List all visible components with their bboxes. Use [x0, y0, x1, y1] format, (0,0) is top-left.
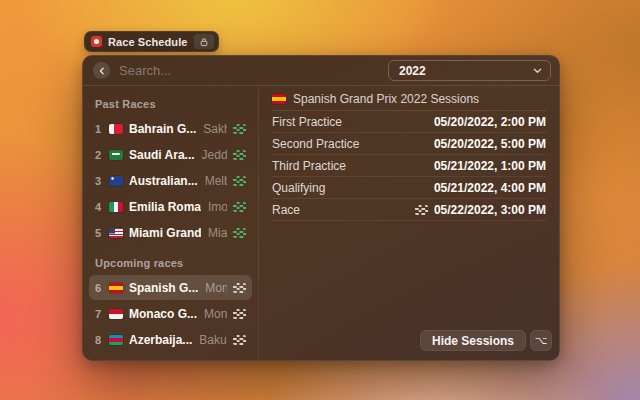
race-location: Montreal, C... [200, 359, 227, 361]
race-row[interactable]: 4 Emilia Roma... Imola, Italy [89, 194, 252, 219]
session-datetime: 05/20/2022, 5:00 PM [434, 137, 546, 151]
session-datetime-text: 05/21/2022, 1:00 PM [434, 159, 546, 173]
option-key-icon: ⌥ [535, 334, 548, 347]
session-label: Second Practice [272, 137, 434, 151]
checkered-flag-icon [415, 205, 428, 215]
lock-icon [199, 37, 209, 47]
spain-flag-icon [272, 94, 286, 104]
race-row[interactable]: 5 Miami Grand... Miami, USA [89, 220, 252, 245]
race-name: Azerbaija... [129, 333, 192, 347]
session-datetime: 05/21/2022, 1:00 PM [434, 159, 546, 173]
race-schedule-app-icon [91, 36, 102, 47]
race-schedule-tab[interactable]: Race Schedule [84, 31, 219, 52]
spain-flag-icon [109, 283, 123, 293]
sessions-panel-header: Spanish Grand Prix 2022 Sessions [272, 88, 546, 111]
race-name: Bahrain G... [129, 122, 196, 136]
footer-actions: Hide Sessions ⌥ [420, 330, 552, 351]
bahrain-flag-icon [109, 124, 123, 134]
chevron-down-icon [533, 66, 542, 75]
race-row[interactable]: 6 Spanish G... Montmeló,... [89, 275, 252, 300]
chevron-left-icon [98, 67, 106, 75]
race-name: Emilia Roma... [129, 200, 201, 214]
race-status-flag-icon [233, 335, 246, 345]
saudi-arabia-flag-icon [109, 150, 123, 160]
race-name: Australian... [129, 174, 198, 188]
session-label: Race [272, 203, 415, 217]
race-index: 5 [93, 227, 103, 239]
session-datetime-text: 05/21/2022, 4:00 PM [434, 181, 546, 195]
session-datetime: 05/22/2022, 3:00 PM [415, 203, 546, 217]
session-row[interactable]: Race 05/22/2022, 3:00 PM [272, 199, 546, 221]
race-name: Miami Grand... [129, 226, 201, 240]
session-label: Qualifying [272, 181, 434, 195]
race-name: Saudi Ara... [129, 148, 195, 162]
race-section: Upcoming races 6 Spanish G... Montmeló,.… [89, 257, 252, 360]
tab-title: Race Schedule [108, 36, 188, 48]
session-datetime-text: 05/20/2022, 5:00 PM [434, 137, 546, 151]
race-status-flag-icon [233, 176, 246, 186]
race-section: Past Races 1 Bahrain G... Sakhir, Bahr..… [89, 98, 252, 245]
race-name: Monaco G... [129, 307, 197, 321]
race-row[interactable]: 2 Saudi Ara... Jeddah, Sa... [89, 142, 252, 167]
section-rows: 1 Bahrain G... Sakhir, Bahr... 2 Saudi A… [89, 116, 252, 245]
session-row[interactable]: Qualifying 05/21/2022, 4:00 PM [272, 177, 546, 199]
race-row[interactable]: 1 Bahrain G... Sakhir, Bahr... [89, 116, 252, 141]
race-status-flag-icon [233, 124, 246, 134]
race-status-flag-icon [233, 228, 246, 238]
race-location: Jeddah, Sa... [202, 148, 227, 162]
race-row[interactable]: 9 Canadian... Montreal, C... [89, 353, 252, 360]
usa-flag-icon [109, 228, 123, 238]
race-status-flag-icon [233, 202, 246, 212]
race-name: Canadian... [129, 359, 193, 361]
race-location: Baku, Azerb... [199, 333, 227, 347]
session-label: Third Practice [272, 159, 434, 173]
session-row[interactable]: Third Practice 05/21/2022, 1:00 PM [272, 155, 546, 177]
desktop: { "tab": { "title": "Race Schedule" }, "… [0, 0, 640, 400]
session-row[interactable]: Second Practice 05/20/2022, 5:00 PM [272, 133, 546, 155]
race-index: 6 [93, 282, 103, 294]
race-schedule-window: 2022 Past Races 1 Bahrain G... Sakhir, B… [82, 55, 560, 361]
session-datetime-text: 05/22/2022, 3:00 PM [434, 203, 546, 217]
back-button[interactable] [93, 62, 110, 79]
option-key-button[interactable]: ⌥ [530, 330, 552, 351]
session-label: First Practice [272, 115, 434, 129]
race-row[interactable]: 7 Monaco G... Monte-Carl... [89, 301, 252, 326]
search-input[interactable] [119, 63, 388, 78]
race-location: Imola, Italy [208, 200, 227, 214]
race-row[interactable]: 3 Australian... Melbourne,... [89, 168, 252, 193]
race-location: Miami, USA [208, 226, 227, 240]
race-row[interactable]: 8 Azerbaija... Baku, Azerb... [89, 327, 252, 352]
race-list: Past Races 1 Bahrain G... Sakhir, Bahr..… [83, 86, 259, 360]
session-datetime: 05/20/2022, 2:00 PM [434, 115, 546, 129]
race-index: 9 [93, 360, 103, 361]
race-name: Spanish G... [129, 281, 198, 295]
session-row[interactable]: First Practice 05/20/2022, 2:00 PM [272, 111, 546, 133]
window-body: Past Races 1 Bahrain G... Sakhir, Bahr..… [83, 86, 559, 360]
sessions-panel-title: Spanish Grand Prix 2022 Sessions [293, 92, 479, 106]
race-index: 2 [93, 149, 103, 161]
year-dropdown[interactable]: 2022 [388, 60, 551, 81]
race-index: 8 [93, 334, 103, 346]
race-index: 4 [93, 201, 103, 213]
year-dropdown-value: 2022 [399, 64, 533, 78]
section-rows: 6 Spanish G... Montmeló,... 7 Monaco G..… [89, 275, 252, 360]
australia-flag-icon [109, 176, 123, 186]
race-location: Sakhir, Bahr... [203, 122, 227, 136]
window-header: 2022 [83, 56, 559, 86]
race-index: 1 [93, 123, 103, 135]
race-index: 7 [93, 308, 103, 320]
race-status-flag-icon [233, 150, 246, 160]
section-title: Upcoming races [95, 257, 252, 269]
hide-sessions-button[interactable]: Hide Sessions [420, 330, 526, 351]
monaco-flag-icon [109, 309, 123, 319]
race-status-flag-icon [233, 283, 246, 293]
lock-button[interactable] [194, 34, 214, 49]
race-status-flag-icon [233, 309, 246, 319]
session-list: First Practice 05/20/2022, 2:00 PM Secon… [272, 111, 546, 221]
azerbaijan-flag-icon [109, 335, 123, 345]
session-datetime: 05/21/2022, 4:00 PM [434, 181, 546, 195]
race-location: Montmeló,... [205, 281, 227, 295]
section-title: Past Races [95, 98, 252, 110]
sessions-panel: Spanish Grand Prix 2022 Sessions First P… [259, 86, 559, 360]
italy-flag-icon [109, 202, 123, 212]
